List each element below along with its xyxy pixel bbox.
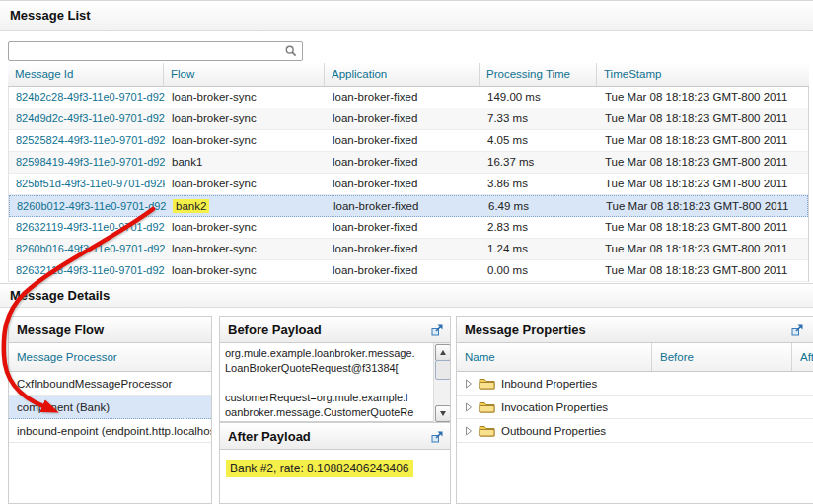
triangle-down-icon xyxy=(440,411,446,416)
message-details-title: Message Details xyxy=(0,288,110,303)
after-payload-text-highlight: Bank #2, rate: 8.10882406243406 xyxy=(226,460,413,477)
column-header-processing-time[interactable]: Processing Time xyxy=(480,63,597,86)
column-header-message-id[interactable]: Message Id xyxy=(8,63,164,86)
message-flow-panel: Message Flow Message Processor CxfInboun… xyxy=(8,316,212,504)
column-header-message-processor[interactable]: Message Processor xyxy=(9,343,211,371)
message-details-section-bar: Message Details xyxy=(0,283,813,308)
cell-processing-time: 0.00 ms xyxy=(480,260,598,281)
message-properties-title: Message Properties xyxy=(465,323,586,337)
flow-processor-row[interactable]: inbound-enpoint (endpoint.http.localhost… xyxy=(9,419,211,443)
cell-flow: loan-broker-sync xyxy=(165,217,326,238)
flow-processor-row[interactable]: CxfInboundMessageProcessor xyxy=(9,372,211,396)
cell-application: loan-broker-fixed xyxy=(326,130,480,151)
flow-processor-row-selected[interactable]: component (Bank) xyxy=(9,396,211,419)
cell-message-id[interactable]: 824d9d2c-49f3-11e0-9701-d92l xyxy=(9,108,165,129)
expand-icon[interactable] xyxy=(431,430,444,443)
properties-tree-row[interactable]: Outbound Properties xyxy=(457,419,813,443)
table-row-selected[interactable]: 8260b012-49f3-11e0-9701-d92l bank2 loan-… xyxy=(9,195,808,217)
cell-application: loan-broker-fixed xyxy=(326,108,480,129)
cell-flow: loan-broker-sync xyxy=(165,87,326,108)
scrollbar[interactable] xyxy=(433,343,450,423)
cell-message-id[interactable]: 82632119-49f3-11e0-9701-d92l xyxy=(9,217,165,238)
cell-application: loan-broker-fixed xyxy=(326,260,480,281)
column-header-application[interactable]: Application xyxy=(325,63,480,86)
table-row[interactable]: 824d9d2c-49f3-11e0-9701-d92l loan-broker… xyxy=(9,108,808,130)
scroll-up-button[interactable] xyxy=(435,344,450,361)
cell-processing-time: 3.86 ms xyxy=(480,174,598,194)
cell-application: loan-broker-fixed xyxy=(326,217,480,238)
after-payload-panel: After Payload Bank #2, rate: 8.108824062… xyxy=(219,422,451,504)
cell-application: loan-broker-fixed xyxy=(326,152,480,173)
column-header-flow[interactable]: Flow xyxy=(164,63,325,86)
before-payload-text: org.mule.example.loanbroker.message. Loa… xyxy=(225,346,430,420)
cell-processing-time: 16.37 ms xyxy=(480,152,598,173)
message-flow-header: Message Flow xyxy=(9,317,211,343)
expand-triangle-icon[interactable] xyxy=(465,402,473,412)
table-row[interactable]: 82632119-49f3-11e0-9701-d92l loan-broker… xyxy=(9,217,808,239)
scrollbar-thumb[interactable] xyxy=(435,360,450,380)
cell-application: loan-broker-fixed xyxy=(326,239,480,259)
table-row[interactable]: 82525824-49f3-11e0-9701-d92l loan-broker… xyxy=(9,130,808,152)
message-list-title: Message List xyxy=(0,8,91,23)
table-row[interactable]: 82598419-49f3-11e0-9701-d92l bank1 loan-… xyxy=(9,152,808,174)
expand-icon[interactable] xyxy=(431,324,444,336)
properties-tree-row[interactable]: Inbound Properties xyxy=(457,372,813,396)
cell-message-id[interactable]: 824b2c28-49f3-11e0-9701-d92l xyxy=(9,87,165,108)
flow-highlight: bank2 xyxy=(173,199,209,213)
cell-message-id[interactable]: 82598419-49f3-11e0-9701-d92l xyxy=(9,152,165,173)
table-row[interactable]: 8260b016-49f3-11e0-9701-d92l loan-broker… xyxy=(9,239,808,260)
before-payload-content: org.mule.example.loanbroker.message. Loa… xyxy=(220,343,450,423)
search-input[interactable] xyxy=(8,41,303,61)
properties-tree-row[interactable]: Invocation Properties xyxy=(457,396,813,419)
cell-timestamp: Tue Mar 08 18:18:23 GMT-800 2011 xyxy=(598,217,808,238)
search-box xyxy=(8,41,303,61)
search-icon[interactable] xyxy=(285,45,297,57)
tree-label: Invocation Properties xyxy=(501,401,608,413)
message-properties-panel: Message Properties Name Before After Inb… xyxy=(456,316,813,504)
cell-message-id[interactable]: 8260b016-49f3-11e0-9701-d92l xyxy=(9,239,165,259)
expand-triangle-icon[interactable] xyxy=(465,379,473,389)
cell-timestamp: Tue Mar 08 18:18:23 GMT-800 2011 xyxy=(598,174,808,194)
after-payload-header: After Payload xyxy=(220,423,450,450)
column-header-timestamp[interactable]: TimeStamp xyxy=(597,63,809,86)
cell-flow: loan-broker-sync xyxy=(165,108,326,129)
cell-message-id[interactable]: 8260b012-49f3-11e0-9701-d92l xyxy=(10,196,166,216)
cell-timestamp: Tue Mar 08 18:18:23 GMT-800 2011 xyxy=(598,239,808,259)
before-payload-panel: Before Payload org.mule.example.loanbrok… xyxy=(219,316,451,422)
folder-icon xyxy=(479,400,495,413)
column-header-after[interactable]: After xyxy=(792,343,813,371)
cell-timestamp: Tue Mar 08 18:18:23 GMT-800 2011 xyxy=(599,196,807,216)
cell-timestamp: Tue Mar 08 18:18:23 GMT-800 2011 xyxy=(598,260,808,281)
cell-timestamp: Tue Mar 08 18:18:23 GMT-800 2011 xyxy=(598,130,808,151)
cell-application: loan-broker-fixed xyxy=(326,174,480,194)
message-table-body: 824b2c28-49f3-11e0-9701-d92l loan-broker… xyxy=(8,87,809,282)
cell-message-id[interactable]: 82525824-49f3-11e0-9701-d92l xyxy=(9,130,165,151)
cell-timestamp: Tue Mar 08 18:18:23 GMT-800 2011 xyxy=(598,87,808,108)
table-row[interactable]: 82632118-49f3-11e0-9701-d92l loan-broker… xyxy=(9,260,808,282)
expand-triangle-icon[interactable] xyxy=(465,426,473,436)
cell-flow: loan-broker-sync xyxy=(165,174,326,194)
table-row[interactable]: 825bf51d-49f3-11e0-9701-d92k loan-broker… xyxy=(9,174,808,195)
cell-processing-time: 2.83 ms xyxy=(480,217,598,238)
expand-icon[interactable] xyxy=(791,324,804,336)
cell-processing-time: 4.05 ms xyxy=(480,130,598,151)
cell-message-id[interactable]: 82632118-49f3-11e0-9701-d92l xyxy=(9,260,165,281)
table-row[interactable]: 824b2c28-49f3-11e0-9701-d92l loan-broker… xyxy=(9,87,808,108)
folder-icon xyxy=(479,377,495,390)
cell-processing-time: 149.00 ms xyxy=(480,87,598,108)
cell-processing-time: 1.24 ms xyxy=(480,239,598,259)
cell-processing-time: 6.49 ms xyxy=(481,196,599,216)
message-list-section-bar: Message List xyxy=(0,0,813,31)
column-header-name[interactable]: Name xyxy=(457,343,652,371)
cell-flow: bank1 xyxy=(165,152,326,173)
cell-timestamp: Tue Mar 08 18:18:23 GMT-800 2011 xyxy=(598,152,808,173)
cell-flow: loan-broker-sync xyxy=(165,260,326,281)
tree-label: Inbound Properties xyxy=(501,378,597,390)
after-payload-title: After Payload xyxy=(228,429,311,444)
cell-message-id[interactable]: 825bf51d-49f3-11e0-9701-d92k xyxy=(9,174,165,194)
message-flow-panel-title: Message Flow xyxy=(17,323,104,337)
column-header-before[interactable]: Before xyxy=(652,343,792,371)
scroll-down-button[interactable] xyxy=(435,405,450,422)
message-browser-screen: Message List Message Id Flow Application… xyxy=(0,0,813,504)
folder-icon xyxy=(479,424,495,437)
